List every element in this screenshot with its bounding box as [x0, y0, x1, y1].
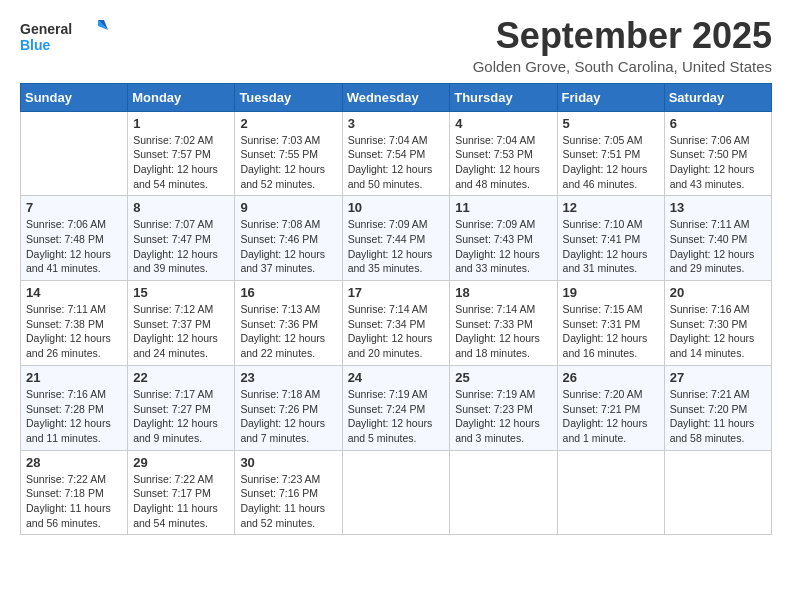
table-row: 23Sunrise: 7:18 AMSunset: 7:26 PMDayligh…	[235, 365, 342, 450]
table-row: 15Sunrise: 7:12 AMSunset: 7:37 PMDayligh…	[128, 281, 235, 366]
day-info: Sunrise: 7:13 AMSunset: 7:36 PMDaylight:…	[240, 302, 336, 361]
col-wednesday: Wednesday	[342, 83, 450, 111]
day-number: 23	[240, 370, 336, 385]
day-number: 29	[133, 455, 229, 470]
col-saturday: Saturday	[664, 83, 771, 111]
table-row: 30Sunrise: 7:23 AMSunset: 7:16 PMDayligh…	[235, 450, 342, 535]
col-thursday: Thursday	[450, 83, 557, 111]
day-number: 10	[348, 200, 445, 215]
day-info: Sunrise: 7:06 AMSunset: 7:48 PMDaylight:…	[26, 217, 122, 276]
table-row: 1Sunrise: 7:02 AMSunset: 7:57 PMDaylight…	[128, 111, 235, 196]
day-info: Sunrise: 7:18 AMSunset: 7:26 PMDaylight:…	[240, 387, 336, 446]
logo: General Blue	[20, 16, 110, 56]
table-row: 20Sunrise: 7:16 AMSunset: 7:30 PMDayligh…	[664, 281, 771, 366]
day-info: Sunrise: 7:08 AMSunset: 7:46 PMDaylight:…	[240, 217, 336, 276]
day-info: Sunrise: 7:04 AMSunset: 7:53 PMDaylight:…	[455, 133, 551, 192]
day-number: 24	[348, 370, 445, 385]
table-row: 8Sunrise: 7:07 AMSunset: 7:47 PMDaylight…	[128, 196, 235, 281]
col-sunday: Sunday	[21, 83, 128, 111]
calendar-week-row: 7Sunrise: 7:06 AMSunset: 7:48 PMDaylight…	[21, 196, 772, 281]
day-number: 3	[348, 116, 445, 131]
day-number: 28	[26, 455, 122, 470]
table-row: 16Sunrise: 7:13 AMSunset: 7:36 PMDayligh…	[235, 281, 342, 366]
day-number: 15	[133, 285, 229, 300]
table-row: 26Sunrise: 7:20 AMSunset: 7:21 PMDayligh…	[557, 365, 664, 450]
table-row: 17Sunrise: 7:14 AMSunset: 7:34 PMDayligh…	[342, 281, 450, 366]
table-row	[664, 450, 771, 535]
day-info: Sunrise: 7:10 AMSunset: 7:41 PMDaylight:…	[563, 217, 659, 276]
day-number: 21	[26, 370, 122, 385]
calendar-week-row: 14Sunrise: 7:11 AMSunset: 7:38 PMDayligh…	[21, 281, 772, 366]
day-info: Sunrise: 7:09 AMSunset: 7:44 PMDaylight:…	[348, 217, 445, 276]
table-row: 6Sunrise: 7:06 AMSunset: 7:50 PMDaylight…	[664, 111, 771, 196]
table-row: 4Sunrise: 7:04 AMSunset: 7:53 PMDaylight…	[450, 111, 557, 196]
table-row: 5Sunrise: 7:05 AMSunset: 7:51 PMDaylight…	[557, 111, 664, 196]
day-number: 9	[240, 200, 336, 215]
table-row	[21, 111, 128, 196]
table-row: 2Sunrise: 7:03 AMSunset: 7:55 PMDaylight…	[235, 111, 342, 196]
table-row: 19Sunrise: 7:15 AMSunset: 7:31 PMDayligh…	[557, 281, 664, 366]
day-number: 14	[26, 285, 122, 300]
table-row: 25Sunrise: 7:19 AMSunset: 7:23 PMDayligh…	[450, 365, 557, 450]
day-info: Sunrise: 7:19 AMSunset: 7:23 PMDaylight:…	[455, 387, 551, 446]
svg-text:Blue: Blue	[20, 37, 51, 53]
day-info: Sunrise: 7:20 AMSunset: 7:21 PMDaylight:…	[563, 387, 659, 446]
calendar-week-row: 28Sunrise: 7:22 AMSunset: 7:18 PMDayligh…	[21, 450, 772, 535]
day-number: 22	[133, 370, 229, 385]
day-number: 18	[455, 285, 551, 300]
day-info: Sunrise: 7:07 AMSunset: 7:47 PMDaylight:…	[133, 217, 229, 276]
page-header: General Blue September 2025 Golden Grove…	[20, 16, 772, 75]
day-number: 12	[563, 200, 659, 215]
logo-svg: General Blue	[20, 16, 110, 56]
day-info: Sunrise: 7:21 AMSunset: 7:20 PMDaylight:…	[670, 387, 766, 446]
calendar-header-row: Sunday Monday Tuesday Wednesday Thursday…	[21, 83, 772, 111]
calendar-table: Sunday Monday Tuesday Wednesday Thursday…	[20, 83, 772, 536]
day-info: Sunrise: 7:17 AMSunset: 7:27 PMDaylight:…	[133, 387, 229, 446]
day-info: Sunrise: 7:19 AMSunset: 7:24 PMDaylight:…	[348, 387, 445, 446]
table-row: 28Sunrise: 7:22 AMSunset: 7:18 PMDayligh…	[21, 450, 128, 535]
day-info: Sunrise: 7:22 AMSunset: 7:17 PMDaylight:…	[133, 472, 229, 531]
day-info: Sunrise: 7:11 AMSunset: 7:40 PMDaylight:…	[670, 217, 766, 276]
day-number: 26	[563, 370, 659, 385]
day-info: Sunrise: 7:02 AMSunset: 7:57 PMDaylight:…	[133, 133, 229, 192]
svg-text:General: General	[20, 21, 72, 37]
table-row: 13Sunrise: 7:11 AMSunset: 7:40 PMDayligh…	[664, 196, 771, 281]
day-number: 2	[240, 116, 336, 131]
day-info: Sunrise: 7:12 AMSunset: 7:37 PMDaylight:…	[133, 302, 229, 361]
col-friday: Friday	[557, 83, 664, 111]
day-number: 13	[670, 200, 766, 215]
table-row: 24Sunrise: 7:19 AMSunset: 7:24 PMDayligh…	[342, 365, 450, 450]
day-info: Sunrise: 7:15 AMSunset: 7:31 PMDaylight:…	[563, 302, 659, 361]
day-number: 1	[133, 116, 229, 131]
day-info: Sunrise: 7:06 AMSunset: 7:50 PMDaylight:…	[670, 133, 766, 192]
table-row: 14Sunrise: 7:11 AMSunset: 7:38 PMDayligh…	[21, 281, 128, 366]
day-number: 20	[670, 285, 766, 300]
day-number: 30	[240, 455, 336, 470]
day-number: 19	[563, 285, 659, 300]
table-row: 9Sunrise: 7:08 AMSunset: 7:46 PMDaylight…	[235, 196, 342, 281]
table-row: 12Sunrise: 7:10 AMSunset: 7:41 PMDayligh…	[557, 196, 664, 281]
title-block: September 2025 Golden Grove, South Carol…	[473, 16, 772, 75]
day-number: 25	[455, 370, 551, 385]
day-info: Sunrise: 7:14 AMSunset: 7:34 PMDaylight:…	[348, 302, 445, 361]
table-row: 10Sunrise: 7:09 AMSunset: 7:44 PMDayligh…	[342, 196, 450, 281]
day-info: Sunrise: 7:03 AMSunset: 7:55 PMDaylight:…	[240, 133, 336, 192]
col-tuesday: Tuesday	[235, 83, 342, 111]
table-row	[342, 450, 450, 535]
table-row: 21Sunrise: 7:16 AMSunset: 7:28 PMDayligh…	[21, 365, 128, 450]
calendar-week-row: 1Sunrise: 7:02 AMSunset: 7:57 PMDaylight…	[21, 111, 772, 196]
day-number: 27	[670, 370, 766, 385]
col-monday: Monday	[128, 83, 235, 111]
table-row: 29Sunrise: 7:22 AMSunset: 7:17 PMDayligh…	[128, 450, 235, 535]
day-info: Sunrise: 7:04 AMSunset: 7:54 PMDaylight:…	[348, 133, 445, 192]
day-info: Sunrise: 7:09 AMSunset: 7:43 PMDaylight:…	[455, 217, 551, 276]
month-title: September 2025	[473, 16, 772, 56]
day-number: 16	[240, 285, 336, 300]
calendar-week-row: 21Sunrise: 7:16 AMSunset: 7:28 PMDayligh…	[21, 365, 772, 450]
table-row: 22Sunrise: 7:17 AMSunset: 7:27 PMDayligh…	[128, 365, 235, 450]
table-row: 27Sunrise: 7:21 AMSunset: 7:20 PMDayligh…	[664, 365, 771, 450]
day-number: 11	[455, 200, 551, 215]
day-number: 8	[133, 200, 229, 215]
day-info: Sunrise: 7:16 AMSunset: 7:30 PMDaylight:…	[670, 302, 766, 361]
day-info: Sunrise: 7:11 AMSunset: 7:38 PMDaylight:…	[26, 302, 122, 361]
